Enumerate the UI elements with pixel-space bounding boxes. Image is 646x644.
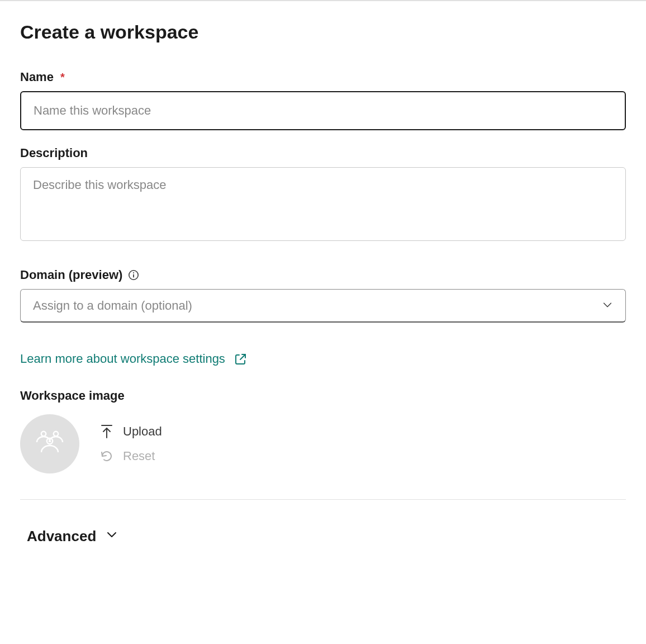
- svg-point-4: [54, 432, 58, 436]
- svg-rect-2: [133, 274, 134, 278]
- description-field-group: Description: [20, 146, 626, 243]
- svg-point-3: [41, 432, 46, 436]
- domain-select[interactable]: Assign to a domain (optional): [20, 289, 626, 323]
- divider: [20, 499, 626, 500]
- workspace-image-heading: Workspace image: [20, 389, 626, 403]
- description-label: Description: [20, 146, 626, 160]
- upload-icon: [99, 424, 114, 439]
- description-input[interactable]: [20, 167, 626, 241]
- description-label-text: Description: [20, 146, 88, 160]
- advanced-toggle[interactable]: Advanced: [23, 525, 122, 547]
- name-label-text: Name: [20, 70, 54, 84]
- reset-button: Reset: [99, 449, 162, 463]
- domain-label-text: Domain (preview): [20, 268, 122, 282]
- name-label: Name *: [20, 70, 626, 84]
- external-link-icon: [234, 352, 248, 366]
- name-input[interactable]: [20, 91, 626, 130]
- name-field-group: Name *: [20, 70, 626, 130]
- reset-label: Reset: [123, 449, 155, 463]
- domain-label: Domain (preview): [20, 268, 626, 282]
- upload-button[interactable]: Upload: [99, 424, 162, 439]
- chevron-down-icon: [105, 528, 118, 545]
- workspace-image-section: Upload Reset: [20, 414, 626, 473]
- page-title: Create a workspace: [20, 21, 626, 43]
- learn-more-text: Learn more about workspace settings: [20, 352, 225, 366]
- workspace-image-avatar: [20, 414, 79, 473]
- learn-more-link[interactable]: Learn more about workspace settings: [20, 352, 248, 366]
- upload-label: Upload: [123, 424, 162, 439]
- required-indicator: *: [60, 71, 65, 84]
- advanced-label: Advanced: [27, 528, 96, 545]
- svg-point-1: [133, 272, 134, 273]
- people-icon: [34, 430, 66, 458]
- reset-icon: [99, 449, 114, 463]
- domain-placeholder: Assign to a domain (optional): [33, 299, 192, 313]
- info-icon[interactable]: [128, 269, 139, 281]
- domain-field-group: Domain (preview) Assign to a domain (opt…: [20, 268, 626, 323]
- image-actions: Upload Reset: [99, 424, 162, 463]
